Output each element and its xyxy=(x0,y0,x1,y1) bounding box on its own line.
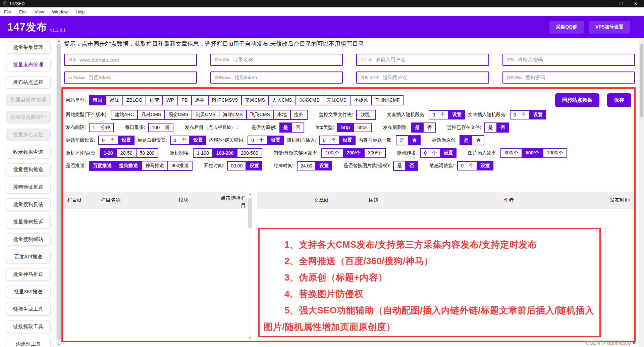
image-insert-frequency-option[interactable]: 300/个 xyxy=(501,149,522,157)
random-comments-likes-option[interactable]: 1-20 xyxy=(100,149,116,157)
sensitive-word-replace-input[interactable]: 0个 xyxy=(457,161,477,170)
tail-random-paragraph-set-button[interactable]: 设置 xyxy=(530,110,546,119)
title-suffix-set-button[interactable]: 设置 xyxy=(190,136,206,145)
push-targets-option[interactable]: 搜狗推送 xyxy=(115,161,141,170)
maximize-icon[interactable]: ❐ xyxy=(619,1,623,6)
sogou-token-field[interactable]: 搜狗token搜狗token xyxy=(210,71,343,84)
header-button[interactable]: VPS拨号设置 xyxy=(589,21,630,34)
sidebar-item[interactable]: 批量360推送 xyxy=(6,286,51,298)
title-prefix-input[interactable]: 0个 xyxy=(98,136,118,145)
image-insert-frequency-option[interactable]: 500/个 xyxy=(522,149,543,157)
site-type-next-option[interactable]: 搜外 xyxy=(290,110,307,119)
close-icon[interactable]: ✕ xyxy=(634,1,637,6)
random-comments-likes-option[interactable]: 20-50 xyxy=(116,149,136,157)
menu-item-edit[interactable]: Edit xyxy=(19,9,26,14)
link-keyword-frequency-option[interactable]: 200/个 xyxy=(343,149,364,157)
sidebar-scrollbar-thumb[interactable] xyxy=(57,44,61,340)
pseudo-original-option[interactable]: 否 xyxy=(291,123,304,132)
sidebar-item[interactable]: 伪原创工具 xyxy=(6,338,51,347)
baidu-token-field[interactable]: 百度token百度token xyxy=(64,71,197,84)
end-time-input[interactable]: 24:00 xyxy=(297,161,316,170)
sidebar-item[interactable]: 批量发布管理 xyxy=(6,59,51,71)
image-insert-frequency-option[interactable]: 1000/个 xyxy=(543,149,567,157)
sidebar-item[interactable]: 批量搜狗绑站 xyxy=(6,233,51,246)
site-type-option[interactable]: 米拓CMS xyxy=(296,96,323,105)
scroll-down-icon[interactable]: ▼ xyxy=(56,343,61,346)
site-type-option[interactable]: 云优CMS xyxy=(323,96,350,105)
site-type-option[interactable]: 织梦 xyxy=(146,96,162,105)
random-author-set-button[interactable]: 设置 xyxy=(440,148,457,158)
sidebar-item[interactable]: 批量采集管理 xyxy=(6,41,51,54)
http-type-option[interactable]: https xyxy=(353,123,371,132)
site-type-option[interactable]: 苹果CMS xyxy=(241,96,268,105)
sogou-password-field[interactable]: 搜狗密码搜狗密码 xyxy=(502,71,635,84)
password-field[interactable]: 密码请输入密码 xyxy=(502,54,635,66)
domain-field[interactable]: 域名www.domain.com xyxy=(64,54,197,66)
random-reads-option[interactable]: 1-100 xyxy=(194,149,212,157)
tail-random-paragraph-input[interactable]: 0个 xyxy=(510,110,530,119)
end-time-set-button[interactable]: 设置 xyxy=(316,161,332,170)
sync-site-data-button[interactable]: 同步站点数据 xyxy=(555,93,599,107)
header-button[interactable]: 采集QQ群 xyxy=(549,21,584,34)
random-image-insert-set-button[interactable]: 设置 xyxy=(339,136,356,145)
sidebar-item[interactable]: 批量搜狗推送 xyxy=(6,163,51,176)
replace-images-option[interactable]: 是 xyxy=(394,161,405,170)
site-type-next-option[interactable]: 本地 xyxy=(273,110,290,119)
username-field[interactable]: 用户名请输入用户名 xyxy=(356,54,489,66)
replace-images-option[interactable]: 否 xyxy=(405,161,417,170)
monitor-existing-file-option[interactable]: 是 xyxy=(485,123,496,132)
push-targets-option[interactable]: 神马推送 xyxy=(141,161,167,170)
sensitive-word-replace-set-button[interactable]: 设置 xyxy=(477,161,493,170)
site-type-option[interactable]: WP xyxy=(162,96,177,105)
site-type-next-option[interactable]: 闪灵CMS xyxy=(192,110,219,119)
sidebar-item[interactable]: 链接抓取工具 xyxy=(6,320,51,333)
delete-after-publish-option[interactable]: 是 xyxy=(412,123,423,132)
random-comments-likes-option[interactable]: 50-200 xyxy=(136,149,158,157)
scroll-up-icon[interactable]: ▲ xyxy=(56,39,61,42)
title-prefix-set-button[interactable]: 设置 xyxy=(118,136,135,145)
link-keyword-frequency-option[interactable]: 100/个 xyxy=(322,149,342,157)
menu-item-help[interactable]: Help xyxy=(76,9,85,14)
minimize-icon[interactable]: ─ xyxy=(605,1,608,6)
sidebar-item[interactable]: 收录数据查询 xyxy=(6,146,51,158)
site-type-option[interactable]: 帝国 xyxy=(90,96,106,105)
lead-random-paragraph-input[interactable]: 0个 xyxy=(429,110,449,119)
title-pseudo-original-option[interactable]: 是 xyxy=(460,136,472,145)
scroll-down-icon[interactable]: ▼ xyxy=(248,337,253,340)
title-suffix-input[interactable]: 0个 xyxy=(170,136,190,145)
site-type-option[interactable]: PB xyxy=(177,96,191,105)
sogou-username-field[interactable]: 搜狗用户名搜狗用户名 xyxy=(356,71,489,84)
menu-item-window[interactable]: Window xyxy=(52,9,67,14)
sidebar-item[interactable]: 批量神马推送 xyxy=(6,268,51,281)
link-keywords-input[interactable]: 0个 xyxy=(248,136,268,145)
sidebar-item[interactable]: 发布站点监控 xyxy=(6,76,51,89)
site-type-option[interactable]: 小旋风 xyxy=(350,96,371,105)
sidebar-item[interactable]: 百度API推送 xyxy=(6,251,51,263)
push-targets-option[interactable]: 360推送 xyxy=(167,161,192,170)
random-reads-option[interactable]: 100-200 xyxy=(212,149,237,157)
link-keywords-set-button[interactable]: 设置 xyxy=(268,136,284,145)
link-keyword-frequency-option[interactable]: 300/个 xyxy=(364,149,385,157)
site-type-option[interactable]: ZBLOG xyxy=(122,96,146,105)
window-scrollbar-thumb[interactable] xyxy=(640,44,643,117)
site-type-option[interactable]: PHPCMSV9 xyxy=(208,96,241,105)
sidebar-item[interactable]: 批量搜狗反馈 xyxy=(6,198,51,211)
pseudo-original-option[interactable]: 是 xyxy=(280,123,291,132)
site-type-option[interactable]: THINKCMF xyxy=(371,96,403,105)
delete-after-publish-option[interactable]: 否 xyxy=(423,123,435,132)
random-author-input[interactable]: 0个 xyxy=(420,148,440,158)
random-image-insert-input[interactable]: 0个 xyxy=(319,136,339,145)
publish-interval-input[interactable]: 1分钟 xyxy=(89,123,114,132)
content-match-title-option[interactable]: 否 xyxy=(408,136,420,145)
site-type-option[interactable]: 人人CMS xyxy=(268,96,296,105)
site-type-next-option[interactable]: 凡科CMS xyxy=(137,110,164,119)
save-button[interactable]: 保存 xyxy=(607,93,631,107)
site-type-next-option[interactable]: 海洋CMS xyxy=(219,110,246,119)
site-type-next-option[interactable]: 建站ABC xyxy=(111,110,137,119)
content-match-title-option[interactable]: 是 xyxy=(396,136,408,145)
sidebar-item[interactable]: 链接生成工具 xyxy=(6,303,51,315)
site-type-next-option[interactable]: 易企CMS xyxy=(164,110,192,119)
browse-button[interactable]: 浏览 xyxy=(356,110,376,120)
title-pseudo-original-option[interactable]: 否 xyxy=(472,136,484,145)
columns-table-scrollbar-thumb[interactable] xyxy=(248,198,252,229)
